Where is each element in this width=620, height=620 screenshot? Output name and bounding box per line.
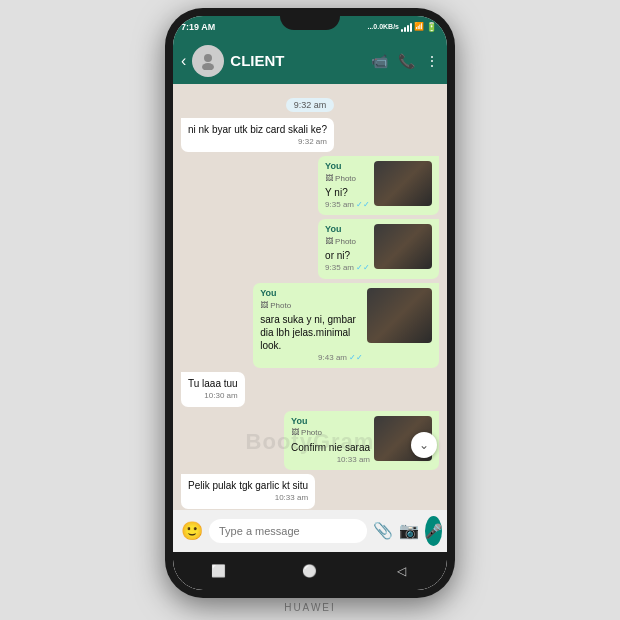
msg-time-2: 9:35 am <box>325 200 354 210</box>
emoji-button[interactable]: 🙂 <box>181 520 203 542</box>
photo-label-2: 🖼 Photo <box>325 174 370 184</box>
network-speed: ...0.0KB/s <box>367 23 399 30</box>
message-input[interactable] <box>209 519 367 543</box>
bubble-5: Tu laaa tuu 10:30 am <box>181 372 245 406</box>
video-call-button[interactable]: 📹 <box>371 53 388 69</box>
photo-thumb-4 <box>367 288 432 343</box>
nav-bar: ⬜ ⚪ ◁ <box>173 552 447 590</box>
signal-bars <box>401 22 412 32</box>
input-bar: 🙂 📎 📷 🎤 <box>173 510 447 552</box>
msg-text-1: ni nk byar utk biz card skali ke? <box>188 123 327 136</box>
msg-text-6: Confirm nie saraa <box>291 441 370 454</box>
brand-label: HUAWEI <box>284 602 336 613</box>
signal-bar-2 <box>404 27 406 32</box>
msg-meta-4: 9:43 am ✓✓ <box>260 353 363 363</box>
svg-point-0 <box>204 54 212 62</box>
msg-time-6: 10:33 am <box>337 455 370 465</box>
nav-square[interactable]: ⬜ <box>209 561 229 581</box>
check-3: ✓✓ <box>356 263 370 273</box>
msg-time-5: 10:30 am <box>204 391 237 401</box>
msg-meta-1: 9:32 am <box>188 137 327 147</box>
msg-meta-2: 9:35 am ✓✓ <box>325 200 370 210</box>
check-2: ✓✓ <box>356 200 370 210</box>
msg-meta-5: 10:30 am <box>188 391 238 401</box>
chat-area: 9:32 am ni nk byar utk biz card skali ke… <box>173 84 447 510</box>
bubble-4: You 🖼 Photo sara suka y ni, gmbar dia lb… <box>253 283 439 368</box>
bubble-3: You 🖼 Photo or ni? 9:35 am ✓✓ <box>318 219 439 278</box>
photo-label-4: 🖼 Photo <box>260 301 363 311</box>
check-4: ✓✓ <box>349 353 363 363</box>
status-time: 7:19 AM <box>181 22 215 32</box>
sender-label-2: You <box>325 161 370 173</box>
wifi-icon: 📶 <box>414 22 424 31</box>
signal-bar-3 <box>407 25 409 32</box>
msg-meta-3: 9:35 am ✓✓ <box>325 263 370 273</box>
signal-bar-4 <box>410 23 412 32</box>
notch <box>280 8 340 30</box>
bubble-photo-2: You 🖼 Photo Y ni? 9:35 am ✓✓ <box>325 161 432 210</box>
bubble-text-6: You 🖼 Photo Confirm nie saraa 10:33 am <box>291 416 370 465</box>
photo-thumb-3 <box>374 224 432 269</box>
photo-label-6: 🖼 Photo <box>291 428 370 438</box>
bubble-photo-3: You 🖼 Photo or ni? 9:35 am ✓✓ <box>325 224 432 273</box>
bubble-photo-4: You 🖼 Photo sara suka y ni, gmbar dia lb… <box>260 288 432 363</box>
msg-time-7: 10:33 am <box>275 493 308 503</box>
message-4: You 🖼 Photo sara suka y ni, gmbar dia lb… <box>181 283 439 368</box>
msg-meta-7: 10:33 am <box>188 493 308 503</box>
status-icons: ...0.0KB/s 📶 🔋 <box>367 22 437 32</box>
time-divider-932: 9:32 am <box>181 94 439 112</box>
photo-icon-2: 🖼 <box>325 174 333 184</box>
nav-home[interactable]: ⚪ <box>300 561 320 581</box>
msg-time-3: 9:35 am <box>325 263 354 273</box>
message-5: Tu laaa tuu 10:30 am <box>181 372 439 406</box>
chat-header: ‹ CLIENT 📹 📞 ⋮ <box>173 38 447 84</box>
nav-back[interactable]: ◁ <box>391 561 411 581</box>
contact-name[interactable]: CLIENT <box>230 52 365 69</box>
msg-text-5: Tu laaa tuu <box>188 377 238 390</box>
message-6: You 🖼 Photo Confirm nie saraa 10:33 am <box>181 411 439 470</box>
bubble-text-2: You 🖼 Photo Y ni? 9:35 am ✓✓ <box>325 161 370 210</box>
sender-label-4: You <box>260 288 363 300</box>
scroll-down-button[interactable]: ⌄ <box>411 432 437 458</box>
message-1: ni nk byar utk biz card skali ke? 9:32 a… <box>181 118 439 152</box>
sender-label-3: You <box>325 224 370 236</box>
msg-time-4: 9:43 am <box>318 353 347 363</box>
attach-button[interactable]: 📎 <box>373 521 393 540</box>
phone-screen: 7:19 AM ...0.0KB/s 📶 🔋 ‹ <box>173 16 447 590</box>
voice-call-button[interactable]: 📞 <box>398 53 415 69</box>
msg-text-2: Y ni? <box>325 186 370 199</box>
mic-button[interactable]: 🎤 <box>425 516 442 546</box>
photo-icon-6: 🖼 <box>291 428 299 438</box>
phone-device: 7:19 AM ...0.0KB/s 📶 🔋 ‹ <box>165 8 455 598</box>
msg-text-7: Pelik pulak tgk garlic kt situ <box>188 479 308 492</box>
battery-icon: 🔋 <box>426 22 437 32</box>
bubble-1: ni nk byar utk biz card skali ke? 9:32 a… <box>181 118 334 152</box>
bubble-2: You 🖼 Photo Y ni? 9:35 am ✓✓ <box>318 156 439 215</box>
photo-label-3: 🖼 Photo <box>325 237 370 247</box>
header-actions: 📹 📞 ⋮ <box>371 53 439 69</box>
msg-text-4: sara suka y ni, gmbar dia lbh jelas.mini… <box>260 313 363 352</box>
photo-icon-4: 🖼 <box>260 301 268 311</box>
message-2: You 🖼 Photo Y ni? 9:35 am ✓✓ <box>181 156 439 215</box>
more-options-button[interactable]: ⋮ <box>425 53 439 69</box>
photo-icon-3: 🖼 <box>325 237 333 247</box>
message-7: Pelik pulak tgk garlic kt situ 10:33 am <box>181 474 439 508</box>
msg-meta-6: 10:33 am <box>291 455 370 465</box>
msg-text-3: or ni? <box>325 249 370 262</box>
message-3: You 🖼 Photo or ni? 9:35 am ✓✓ <box>181 219 439 278</box>
signal-bar-1 <box>401 29 403 32</box>
camera-button[interactable]: 📷 <box>399 521 419 540</box>
photo-thumb-2 <box>374 161 432 206</box>
svg-point-1 <box>202 63 214 70</box>
bubble-7: Pelik pulak tgk garlic kt situ 10:33 am <box>181 474 315 508</box>
back-button[interactable]: ‹ <box>181 52 186 70</box>
avatar <box>192 45 224 77</box>
msg-time-1: 9:32 am <box>298 137 327 147</box>
sender-label-6: You <box>291 416 370 428</box>
bubble-text-4: You 🖼 Photo sara suka y ni, gmbar dia lb… <box>260 288 363 363</box>
bubble-text-3: You 🖼 Photo or ni? 9:35 am ✓✓ <box>325 224 370 273</box>
